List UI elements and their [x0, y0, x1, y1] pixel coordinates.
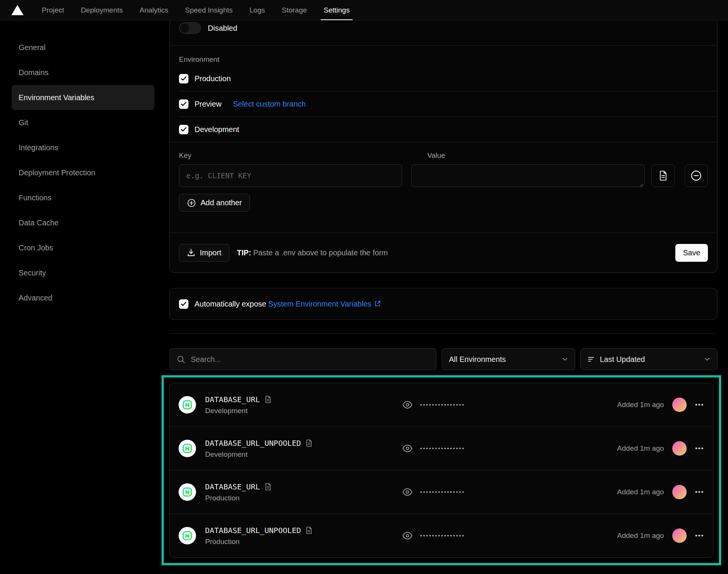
content-divider: [169, 333, 717, 333]
vercel-logo-icon[interactable]: [11, 5, 24, 15]
env-var-name: DATABASE_URL_UNPOOLED: [205, 526, 301, 535]
sidebar-item-advanced[interactable]: Advanced: [12, 285, 154, 310]
env-var-list: DATABASE_URL Development •••••••••••••••…: [169, 383, 714, 558]
masked-value: •••••••••••••••: [420, 402, 465, 408]
nav-item-project[interactable]: Project: [42, 0, 64, 20]
env-var-environment: Production: [205, 538, 402, 546]
note-icon[interactable]: [306, 439, 312, 447]
auto-expose-checkbox[interactable]: [179, 299, 188, 309]
remove-row-button[interactable]: [685, 164, 708, 187]
neon-logo-icon: [182, 443, 193, 454]
neon-integration-avatar: [179, 396, 196, 414]
nav-item-settings[interactable]: Settings: [324, 0, 350, 20]
sidebar-item-deployment-protection[interactable]: Deployment Protection: [12, 160, 154, 185]
sidebar-item-cron-jobs[interactable]: Cron Jobs: [12, 235, 154, 260]
preview-checkbox-row: Preview Select custom branch: [179, 91, 717, 116]
neon-logo-icon: [182, 487, 193, 497]
sidebar-item-environment-variables[interactable]: Environment Variables: [12, 85, 154, 110]
row-menu-button[interactable]: •••: [695, 532, 704, 539]
production-checkbox[interactable]: [179, 74, 188, 83]
sidebar-item-security[interactable]: Security: [12, 260, 154, 285]
sort-dropdown[interactable]: Last Updated: [581, 348, 717, 370]
env-var-name: DATABASE_URL_UNPOOLED: [205, 439, 301, 448]
neon-integration-avatar: [179, 527, 196, 544]
user-avatar: [672, 398, 687, 412]
value-label: Value: [427, 151, 445, 160]
sidebar-item-general[interactable]: General: [12, 35, 154, 60]
env-var-row[interactable]: DATABASE_URL Development •••••••••••••••…: [169, 383, 713, 426]
sort-lines-icon: [588, 356, 595, 363]
development-checkbox[interactable]: [179, 125, 188, 134]
added-timestamp: Added 1m ago: [617, 532, 664, 540]
env-var-environment: Development: [205, 450, 402, 459]
env-var-row[interactable]: DATABASE_URL_UNPOOLED Development ••••••…: [169, 426, 713, 470]
development-checkbox-row: Development: [179, 117, 717, 142]
row-menu-button[interactable]: •••: [695, 401, 704, 409]
document-icon: [658, 170, 668, 181]
auto-expose-label: Automatically expose System Environment …: [195, 300, 381, 308]
note-icon[interactable]: [265, 483, 271, 491]
import-button[interactable]: Import: [179, 244, 229, 262]
save-button[interactable]: Save: [675, 244, 708, 262]
note-icon[interactable]: [306, 527, 312, 534]
eye-icon[interactable]: [402, 444, 413, 453]
user-avatar: [672, 528, 687, 543]
added-timestamp: Added 1m ago: [617, 444, 664, 453]
filter-row: All Environments Last Updated: [169, 348, 717, 370]
env-var-environment: Production: [205, 494, 402, 502]
user-avatar: [672, 441, 687, 456]
toggle-label: Disabled: [208, 24, 237, 33]
nav-item-storage[interactable]: Storage: [282, 0, 307, 20]
sidebar-item-domains[interactable]: Domains: [12, 60, 154, 85]
masked-value: •••••••••••••••: [420, 533, 465, 539]
value-input[interactable]: [411, 164, 645, 187]
chevron-down-icon: [704, 356, 710, 362]
eye-icon[interactable]: [402, 532, 413, 540]
env-var-row[interactable]: DATABASE_URL Production ••••••••••••••• …: [169, 470, 713, 514]
minus-circle-icon: [690, 170, 702, 181]
import-download-icon: [187, 248, 195, 257]
sidebar-item-git[interactable]: Git: [12, 110, 154, 135]
chevron-down-icon: [562, 356, 568, 362]
env-var-row[interactable]: DATABASE_URL_UNPOOLED Production •••••••…: [169, 514, 713, 557]
system-env-card: Automatically expose System Environment …: [169, 288, 717, 320]
settings-sidebar: General Domains Environment Variables Gi…: [12, 35, 154, 310]
masked-value: •••••••••••••••: [420, 445, 465, 451]
search-icon: [177, 355, 185, 364]
select-custom-branch-link[interactable]: Select custom branch: [233, 100, 306, 109]
nav-item-speed-insights[interactable]: Speed Insights: [185, 0, 233, 20]
neon-logo-icon: [182, 530, 193, 541]
eye-icon[interactable]: [402, 488, 413, 496]
highlight-region: DATABASE_URL Development •••••••••••••••…: [162, 375, 721, 565]
env-var-environment: Development: [205, 407, 402, 415]
env-var-name: DATABASE_URL: [205, 482, 260, 491]
environment-section-label: Environment: [179, 55, 717, 64]
nav-item-deployments[interactable]: Deployments: [81, 0, 123, 20]
plus-circle-icon: [187, 198, 196, 208]
eye-icon[interactable]: [402, 401, 413, 409]
preview-checkbox[interactable]: [179, 99, 188, 109]
system-env-variables-link[interactable]: System Environment Variables: [268, 300, 372, 308]
add-another-button[interactable]: Add another: [179, 194, 250, 212]
production-label: Production: [195, 74, 231, 83]
note-icon[interactable]: [265, 396, 271, 403]
sidebar-item-data-cache[interactable]: Data Cache: [12, 210, 154, 235]
added-timestamp: Added 1m ago: [617, 488, 664, 496]
sidebar-item-integrations[interactable]: Integrations: [12, 135, 154, 160]
sidebar-item-functions[interactable]: Functions: [12, 185, 154, 210]
nav-item-logs[interactable]: Logs: [249, 0, 265, 20]
sensitive-toggle[interactable]: [179, 22, 201, 34]
neon-logo-icon: [182, 399, 193, 410]
paste-env-button[interactable]: [651, 164, 675, 187]
environment-filter-dropdown[interactable]: All Environments: [442, 348, 575, 370]
row-menu-button[interactable]: •••: [695, 445, 704, 452]
row-menu-button[interactable]: •••: [695, 488, 704, 496]
resize-handle-icon[interactable]: [639, 182, 643, 187]
nav-item-analytics[interactable]: Analytics: [140, 0, 168, 20]
added-timestamp: Added 1m ago: [617, 401, 664, 409]
key-input[interactable]: [179, 164, 402, 187]
user-avatar: [672, 485, 687, 499]
create-env-var-card: Disabled Environment Production Preview …: [169, 0, 717, 273]
tip-text: TIP: Paste a .env above to populate the …: [237, 248, 388, 257]
search-input[interactable]: [191, 355, 429, 364]
